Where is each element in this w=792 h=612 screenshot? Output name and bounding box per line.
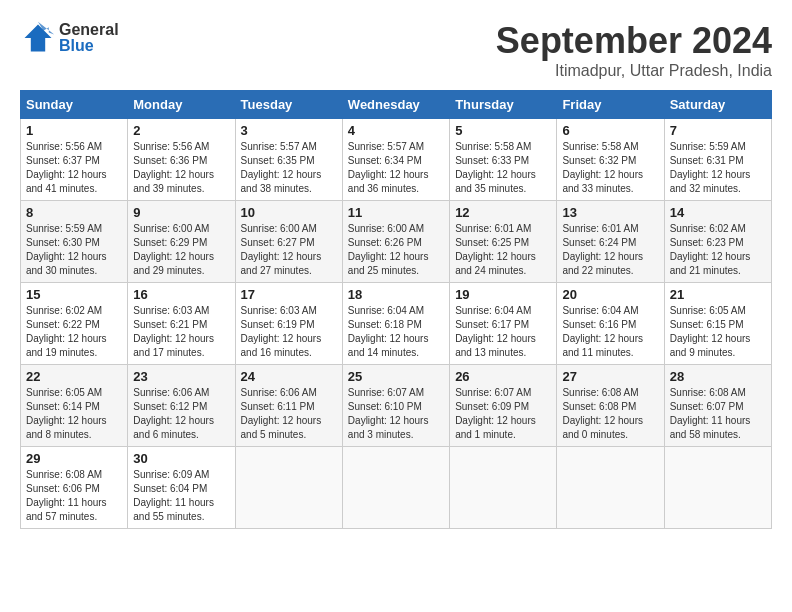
column-header-thursday: Thursday [450,91,557,119]
day-number: 6 [562,123,658,138]
logo-icon [20,20,56,56]
calendar-cell [557,447,664,529]
calendar-week-row: 1Sunrise: 5:56 AMSunset: 6:37 PMDaylight… [21,119,772,201]
day-info: Sunrise: 5:59 AMSunset: 6:31 PMDaylight:… [670,140,766,196]
calendar-cell: 13Sunrise: 6:01 AMSunset: 6:24 PMDayligh… [557,201,664,283]
day-number: 25 [348,369,444,384]
calendar-cell: 19Sunrise: 6:04 AMSunset: 6:17 PMDayligh… [450,283,557,365]
calendar-cell: 1Sunrise: 5:56 AMSunset: 6:37 PMDaylight… [21,119,128,201]
calendar-week-row: 15Sunrise: 6:02 AMSunset: 6:22 PMDayligh… [21,283,772,365]
column-header-tuesday: Tuesday [235,91,342,119]
day-number: 18 [348,287,444,302]
calendar-cell: 2Sunrise: 5:56 AMSunset: 6:36 PMDaylight… [128,119,235,201]
day-info: Sunrise: 6:01 AMSunset: 6:25 PMDaylight:… [455,222,551,278]
calendar-cell: 16Sunrise: 6:03 AMSunset: 6:21 PMDayligh… [128,283,235,365]
calendar-cell: 27Sunrise: 6:08 AMSunset: 6:08 PMDayligh… [557,365,664,447]
day-number: 24 [241,369,337,384]
calendar-cell: 4Sunrise: 5:57 AMSunset: 6:34 PMDaylight… [342,119,449,201]
day-number: 17 [241,287,337,302]
day-number: 26 [455,369,551,384]
day-info: Sunrise: 5:56 AMSunset: 6:36 PMDaylight:… [133,140,229,196]
day-info: Sunrise: 6:09 AMSunset: 6:04 PMDaylight:… [133,468,229,524]
calendar-cell: 15Sunrise: 6:02 AMSunset: 6:22 PMDayligh… [21,283,128,365]
calendar-week-row: 8Sunrise: 5:59 AMSunset: 6:30 PMDaylight… [21,201,772,283]
day-number: 7 [670,123,766,138]
day-number: 1 [26,123,122,138]
page-header: General Blue September 2024 Itimadpur, U… [20,20,772,80]
calendar-table: SundayMondayTuesdayWednesdayThursdayFrid… [20,90,772,529]
day-info: Sunrise: 6:00 AMSunset: 6:26 PMDaylight:… [348,222,444,278]
calendar-cell: 3Sunrise: 5:57 AMSunset: 6:35 PMDaylight… [235,119,342,201]
calendar-body: 1Sunrise: 5:56 AMSunset: 6:37 PMDaylight… [21,119,772,529]
day-info: Sunrise: 6:00 AMSunset: 6:27 PMDaylight:… [241,222,337,278]
calendar-cell: 10Sunrise: 6:00 AMSunset: 6:27 PMDayligh… [235,201,342,283]
calendar-cell: 17Sunrise: 6:03 AMSunset: 6:19 PMDayligh… [235,283,342,365]
day-info: Sunrise: 6:08 AMSunset: 6:06 PMDaylight:… [26,468,122,524]
day-info: Sunrise: 5:57 AMSunset: 6:34 PMDaylight:… [348,140,444,196]
calendar-cell: 25Sunrise: 6:07 AMSunset: 6:10 PMDayligh… [342,365,449,447]
day-number: 30 [133,451,229,466]
day-info: Sunrise: 6:06 AMSunset: 6:11 PMDaylight:… [241,386,337,442]
day-number: 4 [348,123,444,138]
day-number: 3 [241,123,337,138]
day-info: Sunrise: 6:00 AMSunset: 6:29 PMDaylight:… [133,222,229,278]
calendar-cell: 20Sunrise: 6:04 AMSunset: 6:16 PMDayligh… [557,283,664,365]
day-number: 27 [562,369,658,384]
column-header-wednesday: Wednesday [342,91,449,119]
day-number: 22 [26,369,122,384]
calendar-cell [450,447,557,529]
day-number: 11 [348,205,444,220]
calendar-cell: 9Sunrise: 6:00 AMSunset: 6:29 PMDaylight… [128,201,235,283]
logo-blue: Blue [59,38,119,54]
calendar-week-row: 29Sunrise: 6:08 AMSunset: 6:06 PMDayligh… [21,447,772,529]
calendar-cell: 8Sunrise: 5:59 AMSunset: 6:30 PMDaylight… [21,201,128,283]
day-info: Sunrise: 6:01 AMSunset: 6:24 PMDaylight:… [562,222,658,278]
month-title: September 2024 [496,20,772,62]
logo-text: General Blue [59,22,119,54]
calendar-cell: 29Sunrise: 6:08 AMSunset: 6:06 PMDayligh… [21,447,128,529]
day-number: 13 [562,205,658,220]
logo: General Blue [20,20,119,56]
day-number: 8 [26,205,122,220]
calendar-header-row: SundayMondayTuesdayWednesdayThursdayFrid… [21,91,772,119]
day-number: 12 [455,205,551,220]
logo-general: General [59,22,119,38]
title-block: September 2024 Itimadpur, Uttar Pradesh,… [496,20,772,80]
day-number: 21 [670,287,766,302]
calendar-cell: 24Sunrise: 6:06 AMSunset: 6:11 PMDayligh… [235,365,342,447]
day-info: Sunrise: 5:59 AMSunset: 6:30 PMDaylight:… [26,222,122,278]
day-info: Sunrise: 6:02 AMSunset: 6:23 PMDaylight:… [670,222,766,278]
calendar-cell: 21Sunrise: 6:05 AMSunset: 6:15 PMDayligh… [664,283,771,365]
day-info: Sunrise: 6:07 AMSunset: 6:09 PMDaylight:… [455,386,551,442]
calendar-cell: 23Sunrise: 6:06 AMSunset: 6:12 PMDayligh… [128,365,235,447]
day-info: Sunrise: 6:02 AMSunset: 6:22 PMDaylight:… [26,304,122,360]
calendar-cell: 30Sunrise: 6:09 AMSunset: 6:04 PMDayligh… [128,447,235,529]
day-number: 28 [670,369,766,384]
day-info: Sunrise: 6:04 AMSunset: 6:17 PMDaylight:… [455,304,551,360]
calendar-cell: 6Sunrise: 5:58 AMSunset: 6:32 PMDaylight… [557,119,664,201]
day-info: Sunrise: 5:57 AMSunset: 6:35 PMDaylight:… [241,140,337,196]
day-number: 9 [133,205,229,220]
calendar-cell: 22Sunrise: 6:05 AMSunset: 6:14 PMDayligh… [21,365,128,447]
day-info: Sunrise: 5:58 AMSunset: 6:33 PMDaylight:… [455,140,551,196]
column-header-friday: Friday [557,91,664,119]
day-number: 10 [241,205,337,220]
day-number: 23 [133,369,229,384]
day-info: Sunrise: 5:56 AMSunset: 6:37 PMDaylight:… [26,140,122,196]
calendar-cell: 7Sunrise: 5:59 AMSunset: 6:31 PMDaylight… [664,119,771,201]
calendar-cell: 12Sunrise: 6:01 AMSunset: 6:25 PMDayligh… [450,201,557,283]
calendar-cell: 28Sunrise: 6:08 AMSunset: 6:07 PMDayligh… [664,365,771,447]
column-header-monday: Monday [128,91,235,119]
day-info: Sunrise: 6:04 AMSunset: 6:16 PMDaylight:… [562,304,658,360]
day-info: Sunrise: 6:04 AMSunset: 6:18 PMDaylight:… [348,304,444,360]
location-subtitle: Itimadpur, Uttar Pradesh, India [496,62,772,80]
day-info: Sunrise: 6:06 AMSunset: 6:12 PMDaylight:… [133,386,229,442]
calendar-week-row: 22Sunrise: 6:05 AMSunset: 6:14 PMDayligh… [21,365,772,447]
day-info: Sunrise: 6:05 AMSunset: 6:15 PMDaylight:… [670,304,766,360]
column-header-sunday: Sunday [21,91,128,119]
calendar-cell: 14Sunrise: 6:02 AMSunset: 6:23 PMDayligh… [664,201,771,283]
day-number: 16 [133,287,229,302]
calendar-cell: 5Sunrise: 5:58 AMSunset: 6:33 PMDaylight… [450,119,557,201]
day-info: Sunrise: 6:08 AMSunset: 6:08 PMDaylight:… [562,386,658,442]
calendar-cell [235,447,342,529]
